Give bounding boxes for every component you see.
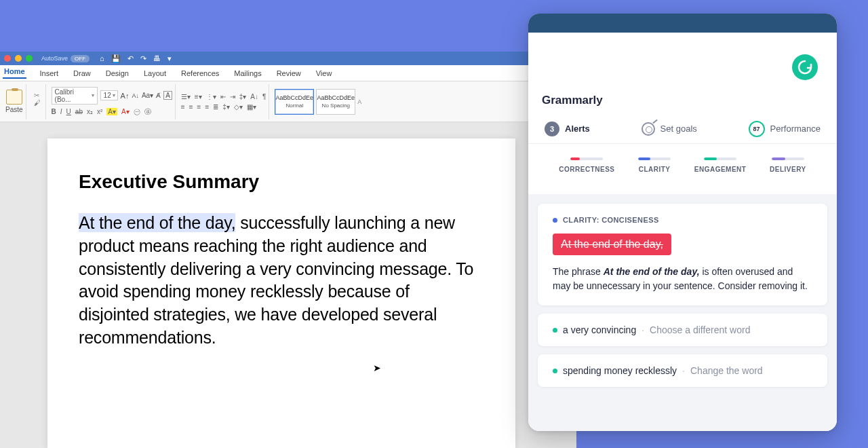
maximize-icon[interactable] [26, 55, 33, 62]
enclose-char-button[interactable]: ⓐ [144, 107, 151, 117]
grammarly-logo-icon[interactable] [792, 54, 818, 80]
autosave-toggle[interactable]: AutoSave OFF [41, 55, 90, 62]
autosave-label: AutoSave [41, 55, 68, 62]
tab-review[interactable]: Review [275, 69, 302, 77]
target-icon [642, 122, 655, 136]
alerts-count-badge: 3 [545, 122, 559, 136]
styles-more-icon[interactable]: A [357, 98, 361, 105]
show-marks-button[interactable]: ¶ [262, 93, 266, 100]
document-page[interactable]: Executive Summary At the end of the day,… [47, 138, 515, 448]
italic-button[interactable]: I [60, 108, 62, 115]
paragraph-body: successfully launching a new product mea… [79, 213, 473, 347]
panel-nav: 3 Alerts Set goals 87 Performance [528, 114, 837, 144]
print-icon[interactable]: 🖶 [153, 54, 161, 63]
alerts-label: Alerts [565, 124, 590, 134]
increase-font-icon[interactable]: A↑ [121, 92, 130, 100]
style-no-spacing[interactable]: AaBbCcDdEe No Spacing [316, 89, 355, 115]
suggestion-card-collapsed[interactable]: a very convincing · Choose a different w… [538, 314, 827, 346]
mini-hint: Change the word [690, 365, 763, 376]
align-left-button[interactable]: ≡ [181, 103, 185, 111]
mini-hint: Choose a different word [650, 324, 750, 335]
remove-phrase-button[interactable]: At the end of the day, [553, 234, 671, 255]
doc-heading: Executive Summary [79, 171, 484, 193]
redo-icon[interactable]: ↷ [140, 54, 146, 63]
close-icon[interactable] [4, 55, 11, 62]
nav-performance[interactable]: 87 Performance [749, 121, 821, 137]
decrease-indent-button[interactable]: ⇤ [220, 93, 226, 100]
delivery-bar [772, 157, 785, 160]
justify-button[interactable]: ≡ [205, 103, 209, 111]
mouse-cursor-icon: ➤ [373, 362, 381, 373]
tab-view[interactable]: View [315, 69, 334, 77]
correctness-bar [570, 157, 579, 160]
highlight-button[interactable]: A▾ [106, 108, 117, 115]
font-color-button[interactable]: A▾ [121, 108, 130, 115]
decrease-font-icon[interactable]: A↓ [132, 92, 139, 99]
tab-home[interactable]: Home [3, 67, 26, 79]
tab-draw[interactable]: Draw [72, 69, 92, 77]
doc-paragraph: At the end of the day, successfully laun… [79, 212, 484, 350]
cat-clarity[interactable]: CLARITY [638, 157, 671, 173]
strike-button[interactable]: ab [75, 108, 83, 115]
undo-icon[interactable]: ↶ [127, 54, 134, 63]
underline-button[interactable]: U [66, 108, 71, 115]
tab-design[interactable]: Design [104, 69, 130, 77]
ribbon-tabs: Home Insert Draw Design Layout Reference… [0, 65, 576, 81]
nav-goals[interactable]: Set goals [642, 122, 697, 136]
cat-correctness[interactable]: CORRECTNESS [559, 157, 614, 173]
clear-formatting-icon[interactable]: A̸ [156, 92, 161, 99]
clarity-bar [638, 157, 650, 160]
goals-label: Set goals [660, 124, 697, 134]
sort-button[interactable]: A↓ [250, 93, 258, 100]
clipboard-icon [6, 90, 22, 105]
align-center-button[interactable]: ≡ [189, 103, 193, 111]
bullets-button[interactable]: ☰▾ [181, 93, 191, 100]
performance-label: Performance [770, 124, 821, 134]
performance-score: 87 [749, 121, 765, 137]
save-icon[interactable]: 💾 [111, 54, 121, 63]
cat-delivery[interactable]: DELIVERY [770, 157, 806, 173]
grammarly-panel: Grammarly 3 Alerts Set goals 87 Performa… [528, 14, 837, 431]
minimize-icon[interactable] [15, 55, 22, 62]
tab-layout[interactable]: Layout [142, 69, 167, 77]
paste-button[interactable]: Paste [5, 90, 23, 113]
char-shading-button[interactable]: ㊀ [134, 107, 140, 117]
category-bars: CORRECTNESS CLARITY ENGAGEMENT DELIVERY [528, 151, 837, 184]
cat-engagement[interactable]: ENGAGEMENT [694, 157, 747, 173]
style-normal[interactable]: AaBbCcDdEe Normal [275, 89, 314, 115]
font-family-select[interactable]: Calibri (Bo...▾ [52, 87, 98, 105]
subscript-button[interactable]: x₂ [87, 108, 93, 115]
tab-references[interactable]: References [180, 69, 220, 77]
increase-indent-button[interactable]: ⇥ [230, 93, 235, 100]
superscript-button[interactable]: x² [97, 108, 102, 115]
tab-insert[interactable]: Insert [39, 69, 60, 77]
home-icon[interactable]: ⌂ [100, 54, 104, 63]
quick-access: ⌂ 💾 ↶ ↷ 🖶 ▾ [100, 54, 172, 63]
phonetic-icon[interactable]: A [163, 91, 172, 100]
borders-button[interactable]: ▦▾ [247, 103, 256, 111]
asian-layout-button[interactable]: ‡▾ [239, 93, 247, 100]
distribute-button[interactable]: ≣ [213, 103, 218, 111]
tab-mailings[interactable]: Mailings [233, 69, 262, 77]
format-painter-button[interactable]: ✂🖌 [32, 92, 43, 112]
suggestion-card-expanded[interactable]: CLARITY: CONCISENESS At the end of the d… [538, 204, 827, 305]
ribbon: Paste ✂🖌 Calibri (Bo...▾ 12▾ A↑ A↓ Aa▾ A… [0, 81, 576, 122]
more-icon[interactable]: ▾ [167, 54, 172, 63]
panel-title: Grammarly [542, 94, 603, 107]
clarity-dot-icon [553, 218, 557, 223]
styles-gallery: AaBbCcDdEe Normal AaBbCcDdEe No Spacing … [275, 89, 361, 115]
numbering-button[interactable]: ≡▾ [195, 93, 202, 100]
shading-button[interactable]: ◇▾ [234, 103, 243, 111]
mini-phrase: a very convincing [563, 324, 636, 335]
card-tag: CLARITY: CONCISENESS [553, 216, 812, 224]
nav-alerts[interactable]: 3 Alerts [545, 122, 590, 136]
align-right-button[interactable]: ≡ [197, 103, 201, 111]
font-size-select[interactable]: 12▾ [100, 90, 118, 100]
multilevel-button[interactable]: ⋮▾ [206, 93, 216, 100]
titlebar: AutoSave OFF ⌂ 💾 ↶ ↷ 🖶 ▾ [0, 52, 576, 65]
suggestion-card-collapsed[interactable]: spending money recklessly · Change the w… [538, 354, 827, 387]
card-explanation: The phrase At the end of the day, is oft… [553, 265, 812, 293]
bold-button[interactable]: B [52, 108, 56, 115]
line-spacing-button[interactable]: ‡▾ [222, 103, 230, 111]
change-case-icon[interactable]: Aa▾ [142, 92, 153, 99]
